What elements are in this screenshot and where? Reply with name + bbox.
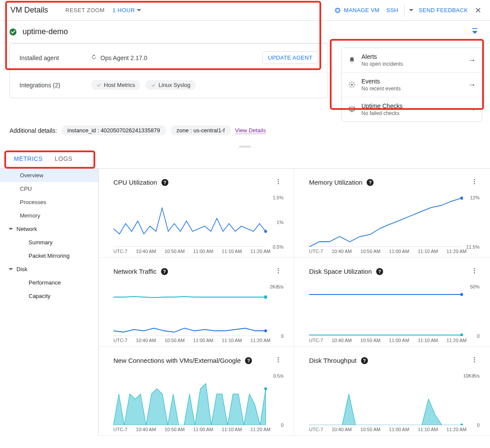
gear-icon: [348, 81, 356, 88]
help-icon[interactable]: ?: [376, 268, 383, 275]
sidenav-network-packet-mirroring[interactable]: Packet Mirroring: [0, 249, 98, 262]
refresh-icon: [91, 54, 97, 61]
chart-menu-button[interactable]: [469, 266, 480, 277]
zone-chip: zone : us-central1-f: [171, 125, 231, 135]
svg-point-6: [264, 230, 267, 233]
close-icon[interactable]: ✕: [471, 6, 485, 15]
chevron-down-icon: [9, 228, 13, 230]
svg-point-13: [278, 268, 279, 269]
metrics-sidenav: Overview CPU Processes Memory Network Su…: [0, 169, 99, 436]
vm-name: uptime-demo: [23, 27, 68, 36]
chart-card: CPU Utilization ? 1.5%1%0.5%UTC-710:40 A…: [99, 169, 294, 258]
check-icon: [151, 83, 156, 88]
sidenav-cpu[interactable]: CPU: [0, 182, 98, 195]
sidenav-overview[interactable]: Overview: [0, 169, 98, 182]
chart-card: Disk Throughput ? 10KiB/s0UTC-710:40 AM1…: [294, 347, 490, 436]
sidenav-disk-capacity[interactable]: Capacity: [0, 289, 98, 303]
chart-card: Disk Space Utilization ? 50%0UTC-710:40 …: [294, 258, 490, 347]
feedback-dropdown-arrow[interactable]: [407, 3, 415, 17]
alerts-row[interactable]: AlertsNo open incidents →: [342, 48, 482, 72]
sidenav-processes[interactable]: Processes: [0, 195, 98, 209]
chart-title: CPU Utilization: [113, 179, 157, 186]
svg-rect-2: [349, 107, 355, 111]
additional-details-label: Additional details:: [10, 127, 57, 134]
svg-point-30: [474, 357, 475, 358]
chart-xaxis: UTC-710:40 AM10:50 AM11:00 AM11:10 AM11:…: [113, 427, 284, 432]
sidenav-network[interactable]: Network: [0, 222, 98, 236]
resize-handle[interactable]: [0, 143, 490, 150]
status-ok-icon: [10, 29, 16, 35]
svg-point-17: [264, 329, 267, 332]
chart-menu-button[interactable]: [273, 355, 284, 366]
arrow-right-icon: →: [468, 56, 476, 65]
integration-chip-host-metrics[interactable]: Host Metrics: [91, 80, 140, 90]
chart-menu-button[interactable]: [273, 266, 284, 277]
tab-metrics[interactable]: METRICS: [8, 150, 49, 169]
svg-rect-0: [336, 9, 339, 12]
check-icon: [96, 83, 101, 88]
svg-point-22: [460, 293, 463, 296]
svg-point-11: [460, 197, 463, 200]
chevron-down-icon: [137, 9, 141, 11]
chip-icon: [334, 6, 342, 14]
time-range-dropdown[interactable]: 1 HOUR: [113, 7, 141, 13]
chart-card: New Connections with VMs/External/Google…: [99, 347, 294, 436]
chart-xaxis: UTC-710:40 AM10:50 AM11:00 AM11:10 AM11:…: [113, 338, 284, 343]
reset-zoom-button[interactable]: RESET ZOOM: [65, 7, 105, 13]
chart-card: Memory Utilization ? 12%11.5%UTC-710:40 …: [294, 169, 490, 258]
svg-point-5: [278, 183, 279, 184]
chart-menu-button[interactable]: [273, 176, 284, 188]
svg-point-28: [264, 387, 267, 390]
arrow-right-icon: →: [468, 80, 476, 90]
svg-point-26: [278, 359, 279, 361]
svg-point-23: [460, 333, 463, 336]
chart-xaxis: UTC-710:40 AM10:50 AM11:00 AM11:10 AM11:…: [309, 249, 480, 254]
help-icon[interactable]: ?: [161, 268, 168, 275]
manage-vm-button[interactable]: MANAGE VM: [330, 3, 383, 17]
svg-point-3: [278, 179, 279, 180]
help-icon[interactable]: ?: [367, 179, 374, 186]
chart-title: Network Traffic: [113, 268, 157, 275]
help-icon[interactable]: ?: [245, 357, 252, 364]
svg-point-25: [278, 357, 279, 358]
bell-icon: [348, 57, 356, 64]
chart-title: Disk Throughput: [309, 357, 357, 364]
integration-chip-linux-syslog[interactable]: Linux Syslog: [145, 80, 196, 90]
help-icon[interactable]: ?: [161, 179, 168, 186]
collapse-icon[interactable]: [471, 27, 479, 37]
send-feedback-button[interactable]: SEND FEEDBACK: [415, 3, 471, 17]
uptime-checks-row[interactable]: Uptime ChecksNo failed checks →: [342, 97, 482, 122]
monitor-icon: [348, 106, 356, 113]
chart-title: Disk Space Utilization: [309, 268, 372, 275]
svg-rect-16: [264, 295, 267, 298]
svg-point-4: [278, 181, 279, 182]
help-icon[interactable]: ?: [361, 357, 368, 364]
svg-point-15: [278, 272, 279, 273]
status-panel: AlertsNo open incidents → EventsNo recen…: [341, 48, 482, 122]
events-row[interactable]: EventsNo recent events →: [342, 72, 482, 97]
installed-agent-label: Installed agent: [19, 54, 91, 61]
chart-menu-button[interactable]: [469, 176, 480, 188]
chart-card: Network Traffic ? 2KiB/s0UTC-710:40 AM10…: [99, 258, 294, 347]
chart-menu-button[interactable]: [469, 355, 480, 366]
svg-point-31: [474, 359, 475, 361]
sidenav-memory[interactable]: Memory: [0, 209, 98, 222]
ssh-button[interactable]: SSH: [383, 3, 402, 17]
instance-id-chip: instance_id : 4020507026241335879: [61, 125, 166, 135]
sidenav-disk[interactable]: Disk: [0, 262, 98, 276]
chart-xaxis: UTC-710:40 AM10:50 AM11:00 AM11:10 AM11:…: [309, 427, 480, 432]
chart-xaxis: UTC-710:40 AM10:50 AM11:00 AM11:10 AM11:…: [309, 338, 480, 343]
svg-point-9: [474, 181, 475, 182]
view-details-link[interactable]: View Details: [235, 127, 266, 134]
tab-logs[interactable]: LOGS: [49, 150, 79, 168]
svg-point-8: [474, 179, 475, 180]
svg-point-1: [351, 84, 353, 86]
chart-xaxis: UTC-710:40 AM10:50 AM11:00 AM11:10 AM11:…: [113, 249, 284, 254]
arrow-right-icon: →: [468, 105, 476, 114]
sidenav-network-summary[interactable]: Summary: [0, 236, 98, 249]
integrations-label: Integrations (2): [19, 82, 91, 89]
update-agent-button[interactable]: UPDATE AGENT: [262, 51, 318, 64]
sidenav-disk-performance[interactable]: Performance: [0, 276, 98, 289]
svg-point-27: [278, 361, 279, 362]
svg-point-32: [474, 361, 475, 362]
